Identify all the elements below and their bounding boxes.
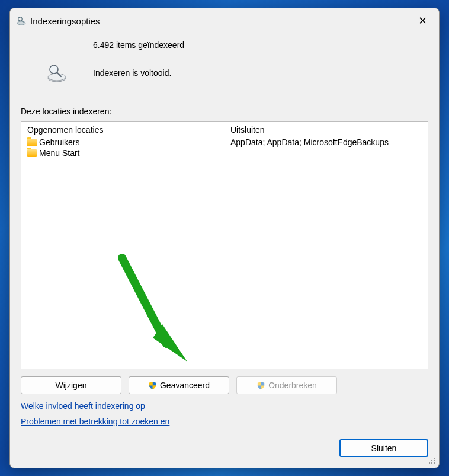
location-name: Menu Start — [39, 148, 79, 158]
advanced-button[interactable]: Geavanceerd — [129, 376, 229, 394]
titlebar: Indexeringsopties ✕ — [10, 8, 439, 32]
list-item: AppData; AppData; MicrosoftEdgeBackups — [230, 137, 422, 148]
magnifier-disk-icon — [45, 63, 69, 83]
list-item[interactable]: Gebruikers — [27, 137, 219, 148]
uac-shield-icon — [148, 381, 157, 390]
status-area: 6.492 items geïndexeerd Indexeren is vol… — [10, 32, 439, 107]
svg-point-0 — [17, 21, 25, 25]
close-icon[interactable]: ✕ — [415, 13, 431, 28]
indexing-complete-text: Indexeren is voltooid. — [93, 68, 428, 78]
dialog-footer: Sluiten — [10, 436, 439, 468]
button-label: Sluiten — [371, 443, 397, 453]
help-links: Welke invloed heeft indexering op Proble… — [10, 399, 439, 436]
close-button[interactable]: Sluiten — [339, 439, 428, 457]
list-item[interactable]: Menu Start — [27, 148, 219, 158]
window-title: Indexeringsopties — [30, 16, 100, 26]
included-header: Opgenomen locaties — [27, 125, 219, 135]
folder-icon — [27, 139, 37, 146]
svg-point-4 — [48, 74, 66, 81]
excluded-header: Uitsluiten — [230, 125, 422, 135]
pause-button: Onderbreken — [236, 376, 337, 394]
resize-grip-icon[interactable] — [428, 457, 437, 465]
folder-icon — [27, 149, 37, 157]
indexed-count: 6.492 items geïndexeerd — [93, 40, 428, 50]
modify-button[interactable]: Wijzigen — [21, 376, 121, 394]
search-troubleshoot-link[interactable]: Problemen met betrekking tot zoeken en — [21, 417, 428, 426]
button-label: Onderbreken — [268, 381, 317, 390]
button-label: Wijzigen — [56, 381, 87, 390]
indexing-options-dialog: Indexeringsopties ✕ 6.492 items geïndexe… — [9, 8, 440, 468]
locations-label: Deze locaties indexeren: — [10, 107, 439, 121]
indexing-influence-link[interactable]: Welke invloed heeft indexering op — [21, 401, 428, 411]
button-row: Wijzigen Geavanceerd — [10, 375, 439, 399]
button-label: Geavanceerd — [160, 381, 210, 390]
location-name: Gebruikers — [39, 138, 79, 147]
locations-list[interactable]: Opgenomen locaties Gebruikers Menu Start… — [21, 121, 428, 369]
svg-point-1 — [18, 17, 22, 21]
indexing-options-icon — [16, 15, 27, 26]
uac-shield-icon — [256, 381, 265, 390]
excluded-paths: AppData; AppData; MicrosoftEdgeBackups — [230, 138, 389, 147]
